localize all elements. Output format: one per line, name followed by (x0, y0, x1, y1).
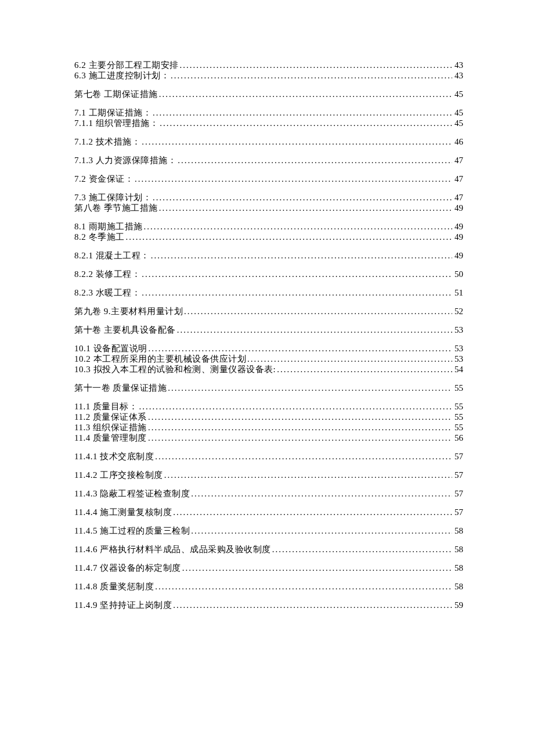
toc-title: 6.2 主要分部工程工期安排 (74, 61, 179, 70)
toc-entry: 10.2 本工程所采用的主要机械设备供应计划53 (74, 355, 463, 363)
toc-page-number: 55 (453, 413, 463, 422)
toc-leader-dots (271, 545, 453, 554)
toc-entry: 11.2 质量保证体系55 (74, 413, 463, 422)
toc-page-number: 51 (453, 289, 463, 297)
toc-leader-dots (125, 233, 454, 242)
toc-entry: 10.3 拟投入本工程的试验和检测、测量仪器设备表:54 (74, 365, 463, 374)
toc-leader-dots (179, 61, 454, 70)
toc-leader-dots (172, 601, 453, 610)
toc-title: 11.4.6 严格执行材料半成品、成品采购及验收制度 (74, 545, 271, 554)
toc-title: 6.3 施工进度控制计划： (74, 71, 169, 80)
toc-page-number: 43 (453, 61, 463, 70)
toc-entry: 11.4.8 质量奖惩制度58 (74, 582, 463, 591)
toc-title: 7.2 资金保证： (74, 175, 134, 183)
toc-page-number: 50 (453, 270, 463, 279)
toc-title: 11.4.3 隐蔽工程签证检查制度 (74, 489, 190, 498)
toc-title: 8.1 雨期施工措施 (74, 222, 143, 231)
toc-title: 10.1 设备配置说明 (74, 344, 147, 353)
toc-entry: 7.1.2 技术措施：46 (74, 138, 463, 146)
toc-leader-dots (147, 344, 454, 353)
toc-entry: 11.4.2 工序交接检制度57 (74, 471, 463, 480)
toc-leader-dots (140, 138, 453, 146)
toc-entry: 7.1.1 组织管理措施：45 (74, 119, 463, 128)
toc-title: 11.4.2 工序交接检制度 (74, 471, 163, 480)
toc-leader-dots (158, 90, 453, 99)
toc-entry: 8.2 冬季施工49 (74, 233, 463, 242)
toc-leader-dots (147, 434, 453, 442)
toc-title: 7.1.1 组织管理措施： (74, 119, 158, 128)
toc-page-number: 45 (453, 109, 463, 117)
toc-entry: 第十卷 主要机具设备配备53 (74, 326, 463, 334)
toc-entry: 11.4.3 隐蔽工程签证检查制度57 (74, 489, 463, 498)
toc-entry: 8.1 雨期施工措施49 (74, 222, 463, 231)
toc-entry: 6.3 施工进度控制计划：43 (74, 71, 463, 80)
toc-page-number: 53 (453, 344, 463, 353)
toc-title: 10.2 本工程所采用的主要机械设备供应计划 (74, 355, 246, 363)
toc-title: 11.4.8 质量奖惩制度 (74, 582, 154, 591)
toc-title: 8.2.3 水暖工程： (74, 289, 140, 297)
toc-leader-dots (167, 384, 453, 393)
toc-page-number: 56 (453, 434, 463, 442)
toc-page-number: 58 (453, 527, 463, 535)
toc-title: 11.3 组织保证措施 (74, 423, 147, 432)
toc-page-number: 58 (453, 564, 463, 573)
toc-title: 7.3 施工保障计划： (74, 193, 151, 202)
toc-page-number: 45 (453, 119, 463, 128)
toc-leader-dots (151, 193, 453, 202)
toc-page-number: 46 (453, 138, 463, 146)
toc-title: 11.4.7 仪器设备的标定制度 (74, 564, 181, 573)
toc-leader-dots (172, 508, 453, 517)
toc-entry: 7.1.3 人力资源保障措施：47 (74, 156, 463, 165)
toc-entry: 7.2 资金保证：47 (74, 175, 463, 183)
toc-page-number: 57 (453, 452, 463, 461)
toc-title: 8.2.1 混凝土工程： (74, 251, 150, 260)
toc-leader-dots (151, 109, 453, 117)
toc-entry: 第十一卷 质量保证措施55 (74, 384, 463, 393)
toc-page-number: 43 (453, 71, 463, 80)
toc-entry: 11.4.1 技术交底制度57 (74, 452, 463, 461)
toc-leader-dots (276, 365, 453, 374)
toc-title: 7.1.3 人力资源保障措施： (74, 156, 176, 165)
toc-entry: 11.4.7 仪器设备的标定制度58 (74, 564, 463, 573)
toc-title: 8.2.2 装修工程： (74, 270, 140, 279)
toc-entry: 11.1 质量目标：55 (74, 402, 463, 411)
toc-entry: 8.2.1 混凝土工程：49 (74, 251, 463, 260)
toc-title: 7.1.2 技术措施： (74, 138, 140, 146)
toc-page-number: 47 (453, 175, 463, 183)
toc-page-number: 45 (453, 90, 463, 99)
toc-leader-dots (134, 175, 453, 183)
toc-title: 11.4.1 技术交底制度 (74, 452, 154, 461)
toc-page-number: 55 (453, 402, 463, 411)
toc-entry: 11.4.9 坚持持证上岗制度59 (74, 601, 463, 610)
toc-leader-dots (190, 527, 453, 535)
toc-title: 11.1 质量目标： (74, 402, 138, 411)
toc-leader-dots (147, 413, 453, 422)
toc-title: 11.4.4 施工测量复核制度 (74, 508, 172, 517)
toc-entry: 11.3 组织保证措施55 (74, 423, 463, 432)
toc-entry: 6.2 主要分部工程工期安排43 (74, 61, 463, 70)
toc-entry: 第九卷 9.主要材料用量计划52 (74, 307, 463, 316)
toc-title: 第八卷 季节施工措施 (74, 204, 158, 213)
toc-page-number: 49 (453, 251, 463, 260)
toc-title: 11.4 质量管理制度 (74, 434, 147, 442)
toc-entry: 11.4 质量管理制度56 (74, 434, 463, 442)
toc-title: 第九卷 9.主要材料用量计划 (74, 307, 183, 316)
toc-entry: 8.2.3 水暖工程：51 (74, 289, 463, 297)
toc-page-number: 55 (453, 423, 463, 432)
toc-entry: 11.4.5 施工过程的质量三检制58 (74, 527, 463, 535)
toc-leader-dots (143, 222, 454, 231)
toc-entry: 第八卷 季节施工措施49 (74, 204, 463, 213)
toc-page-number: 55 (453, 384, 463, 393)
toc-title: 10.3 拟投入本工程的试验和检测、测量仪器设备表: (74, 365, 276, 374)
toc-page-number: 47 (453, 193, 463, 202)
toc-entry: 第七卷 工期保证措施45 (74, 90, 463, 99)
toc-entry: 7.1 工期保证措施：45 (74, 109, 463, 117)
toc-leader-dots (154, 582, 453, 591)
toc-page-number: 49 (453, 233, 463, 242)
toc-entry: 11.4.4 施工测量复核制度57 (74, 508, 463, 517)
toc-title: 第七卷 工期保证措施 (74, 90, 158, 99)
toc-leader-dots (140, 270, 453, 279)
toc-page-number: 58 (453, 545, 463, 554)
toc-page-number: 57 (453, 471, 463, 480)
toc-leader-dots (183, 307, 453, 316)
